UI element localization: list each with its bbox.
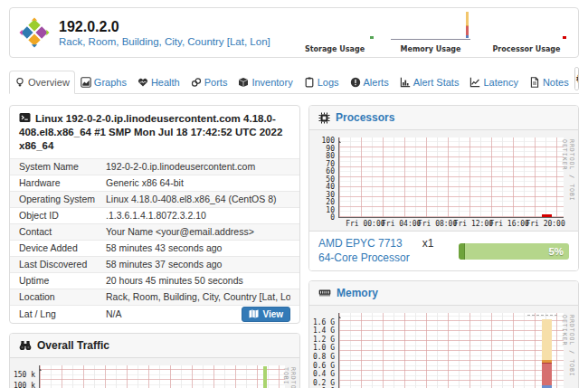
memory-ram-icon [318,288,331,298]
rrdtool-watermark: RRDTOOL / TOBI OETIKER [282,367,297,388]
tab-label: Alert Stats [413,77,460,88]
tab-overview[interactable]: Overview [9,71,75,94]
rrdtool-watermark: RRDTOOL / TOBI OETIKER [561,315,575,388]
tab-label: Graphs [94,77,127,88]
processors-panel: Processors 1009080706050403020100 Fri 00… [308,105,579,271]
plot-area [39,365,285,388]
settings-gear-button[interactable]: ⚙ [575,68,579,90]
row-label: Lat / Lng [19,308,106,320]
box-icon [238,77,249,88]
cpu-model-link[interactable]: AMD EPYC 7713 [318,237,403,251]
clipboard-icon [304,77,315,88]
row-value: Rack, Room, Building, City, Country [Lat… [106,291,290,303]
row-label: Object ID [19,210,106,222]
librenms-device-overview: 192.0.2.0 Rack, Room, Building, City, Co… [0,0,588,388]
data-bar [466,26,469,35]
panel-title: Memory [337,287,378,299]
tab-alerts[interactable]: Alerts [345,71,394,94]
y-axis: 1009080706050403020100 [311,137,338,217]
tab-bar: OverviewGraphsHealthPortsInventoryLogsAl… [9,67,579,94]
device-location-link[interactable]: Rack, Room, Building, City, Country [Lat… [59,36,270,47]
row-value: 58 minutes 37 seconds ago [106,259,290,270]
tab-label: Health [151,77,180,88]
device-info-row-device-added: Device Added58 minutes 43 seconds ago [10,240,299,256]
memory-graph[interactable]: 1.6 G1.4 G1.2 G1.0 G0.8 G0.6 G0.4 G0.2 G… [309,306,578,388]
memory-usage-mini-graph [391,12,470,40]
device-info-row-uptime: Uptime20 hours 45 minutes 50 seconds [10,272,299,289]
device-info-row-operating-system: Operating SystemLinux 4.18.0-408.el8.x86… [10,191,299,207]
storage-usage-mini-graph [295,13,375,40]
row-value: 58 minutes 43 seconds ago [106,242,290,254]
data-bar [542,214,551,217]
data-bar [542,319,551,360]
reference-line [527,315,556,316]
tab-inventory[interactable]: Inventory [232,71,298,94]
tab-notes[interactable]: Notes [524,71,574,94]
sparkline-label: Processor Usage [492,45,560,53]
row-value: N/A [106,308,242,320]
cpu-usage-label: 5% [548,243,564,260]
lightbulb-icon [14,77,25,88]
tab-graphs[interactable]: Graphs [75,71,132,94]
row-label: Device Added [19,242,106,254]
device-info-row-hardware: HardwareGeneric x86 64-bit [10,175,299,191]
cpu-info: AMD EPYC 7713 x1 64-Core Processor [318,237,433,265]
tab-latency[interactable]: Latency [464,71,524,94]
tab-label: Overview [28,77,70,88]
data-bar [263,366,267,388]
x-axis: Fri 00:00Fri 04:00Fri 08:00Fri 12:00Fri … [338,218,564,229]
graphs-icon [81,77,91,88]
overall-traffic-panel: Overall Traffic 150 k100 k50 k0 RRDTOOL … [9,333,300,388]
heart-icon [138,77,148,88]
panel-title: Overall Traffic [37,339,109,352]
tabs-list: OverviewGraphsHealthPortsInventoryLogsAl… [9,71,574,93]
cpu-chip-icon [318,112,330,124]
rrdtool-watermark: RRDTOOL / TOBI OETIKER [561,139,575,231]
x-tick-label: Fri 00:00 [346,220,384,228]
tab-ports[interactable]: Ports [185,71,233,94]
y-tick-label: 1.2 G [313,335,335,343]
row-label: Location [19,291,106,303]
y-tick-label: 0.6 G [313,361,335,369]
row-label: Hardware [19,177,106,189]
row-value: .1.3.6.1.4.1.8072.3.2.10 [106,210,290,222]
cpu-description-link[interactable]: 64-Core Processor [318,251,410,264]
cpu-count: x1 [422,237,434,251]
overall-traffic-graph[interactable]: 150 k100 k50 k0 RRDTOOL / TOBI OETIKER [10,358,299,388]
usage-sparklines: Storage UsageMemory UsageProcessor Usage [294,12,569,54]
device-info-row-location: LocationRack, Room, Building, City, Coun… [10,289,299,305]
processors-graph[interactable]: 1009080706050403020100 Fri 00:00Fri 04:0… [309,130,578,231]
x-tick-label: Fri 12:00 [454,220,493,228]
line-chart-icon [469,77,480,88]
left-column: Linux 192-0-2-0.ip.linodeusercontent.com… [9,105,300,388]
row-value: 20 hours 45 minutes 50 seconds [106,275,290,287]
tab-logs[interactable]: Logs [299,71,345,94]
y-axis: 150 k100 k50 k0 [12,365,39,388]
memory-usage-sparkline[interactable]: Memory Usage [390,12,471,54]
storage-usage-sparkline[interactable]: Storage Usage [294,13,375,54]
y-tick-label: 0 [330,213,335,222]
device-identity: 192.0.2.0 Rack, Room, Building, City, Co… [59,18,270,46]
data-bar [466,12,469,25]
y-tick-label: 1.4 G [313,326,335,335]
note-icon [529,77,540,88]
plot-area [338,137,564,218]
y-tick-label: 0.4 G [313,370,335,378]
y-axis: 1.6 G1.4 G1.2 G1.0 G0.8 G0.6 G0.4 G0.2 G… [311,313,338,388]
sparkline-label: Memory Usage [401,45,461,53]
processor-usage-sparkline[interactable]: Processor Usage [486,13,567,54]
tab-health[interactable]: Health [132,71,185,94]
plot-area [338,313,564,388]
x-tick-label: Fri 08:00 [418,220,457,228]
tab-label: Ports [204,77,228,88]
row-label: Contact [19,226,106,238]
x-tick-label: Fri 16:00 [490,220,529,228]
device-info-row-system-name: System Name192-0-2-0.ip.linodeuserconten… [10,158,299,175]
view-button[interactable]: View [242,307,290,322]
processors-header: Processors [309,106,578,130]
tab-label: Inventory [251,77,292,88]
device-info-row-lat-lng: Lat / LngN/AView [10,305,299,323]
row-value: Linux 4.18.0-408.el8.x86_64 (CentOS 8) [106,194,290,205]
y-tick-label: 0.2 G [313,378,335,386]
tab-alert-stats[interactable]: Alert Stats [394,71,465,94]
